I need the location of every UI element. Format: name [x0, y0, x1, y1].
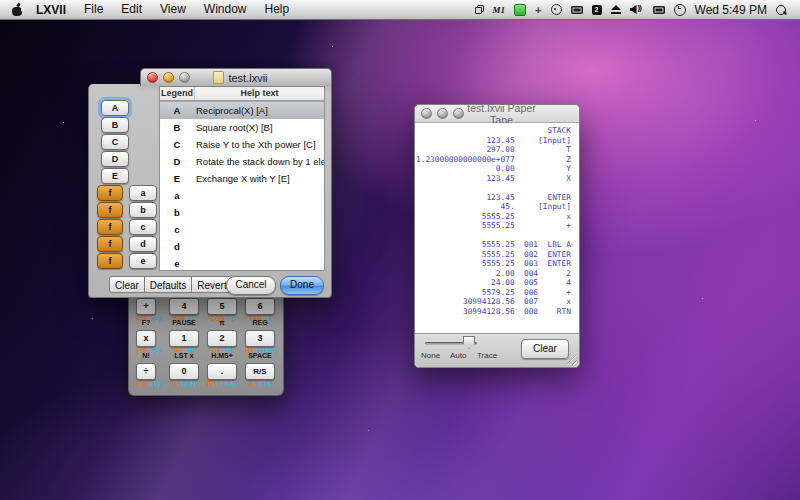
star: [755, 120, 756, 121]
minimize-button[interactable]: [163, 72, 174, 83]
legend-help-cell: Square root(X) [B]: [194, 122, 324, 133]
close-button[interactable]: [147, 72, 158, 83]
legend-dialog: ABCDEfafbfcfdfe Legend Help text ARecipr…: [88, 84, 332, 298]
key-label-below: INTFRAC: [207, 380, 237, 387]
key-button-d[interactable]: d: [129, 236, 157, 252]
desktop: LXVII FileEditViewWindowHelp M1 + 2 Wed …: [0, 0, 800, 500]
clear-button[interactable]: Clear: [109, 276, 145, 293]
menu-bar: LXVII FileEditViewWindowHelp M1 + 2 Wed …: [0, 0, 800, 20]
apple-menu-icon[interactable]: [12, 4, 23, 16]
key-label-above: SPACE: [245, 352, 275, 359]
tape-text: STACK 123.45 [Input] 297.00 T 1.23000000…: [415, 123, 579, 316]
zoom-button[interactable]: [453, 108, 464, 119]
paper-tape-titlebar[interactable]: test.lxvii Paper Tape: [415, 105, 579, 123]
legend-row-c[interactable]: c: [160, 221, 324, 238]
legend-row-C[interactable]: CRaise Y to the Xth power [C]: [160, 136, 324, 153]
menu-item-help[interactable]: Help: [256, 0, 299, 19]
tape-clear-button[interactable]: Clear: [521, 339, 569, 359]
key-label-below: x>0x>y: [136, 380, 156, 387]
column-header-help-text[interactable]: Help text: [195, 87, 324, 100]
legend-row-A[interactable]: AReciprocal(X) [A]: [160, 101, 324, 119]
paper-tape-output[interactable]: STACK 123.45 [Input] 297.00 T 1.23000000…: [415, 123, 579, 333]
green-status-icon[interactable]: [514, 4, 526, 16]
display-icon[interactable]: [571, 6, 583, 14]
key-button-b[interactable]: b: [129, 202, 157, 218]
menu-item-edit[interactable]: Edit: [112, 0, 151, 19]
close-button[interactable]: [421, 108, 432, 119]
legend-row-D[interactable]: DRotate the stack down by 1 element [D]: [160, 153, 324, 170]
key-button-B[interactable]: B: [101, 117, 129, 133]
key-button-a[interactable]: a: [129, 185, 157, 201]
legend-key-cell: d: [160, 241, 194, 252]
slider-label-auto[interactable]: Auto: [450, 351, 466, 360]
cancel-button[interactable]: Cancel: [226, 276, 276, 295]
calc-key-0[interactable]: 0: [169, 363, 199, 380]
sync-icon[interactable]: [475, 5, 484, 14]
f-shift-key-button[interactable]: f: [97, 202, 123, 218]
cross-icon[interactable]: +: [535, 5, 541, 15]
legend-key-cell: e: [160, 258, 194, 269]
legend-row-d[interactable]: d: [160, 238, 324, 255]
menu-clock[interactable]: Wed 5:49 PM: [695, 3, 767, 17]
star: [332, 46, 333, 47]
key-button-c[interactable]: c: [129, 219, 157, 235]
menu-item-file[interactable]: File: [75, 0, 112, 19]
legend-help-cell: Raise Y to the Xth power [C]: [194, 139, 324, 150]
f-shift-key-button[interactable]: f: [97, 236, 123, 252]
legend-key-cell: A: [160, 105, 194, 116]
clock-icon[interactable]: [674, 4, 686, 16]
key-button-C[interactable]: C: [101, 134, 129, 150]
window-title: test.lxvii Paper Tape: [464, 102, 539, 126]
legend-help-cell: Rotate the stack down by 1 element [D]: [194, 156, 324, 167]
legend-table-header: Legend Help text: [160, 87, 324, 101]
defaults-button[interactable]: Defaults: [144, 276, 192, 293]
legend-row-b[interactable]: b: [160, 204, 324, 221]
spotlight-icon[interactable]: [776, 5, 786, 15]
display-icon-2[interactable]: [653, 6, 665, 14]
key-button-e[interactable]: e: [129, 253, 157, 269]
column-header-legend[interactable]: Legend: [160, 87, 195, 100]
key-button-D[interactable]: D: [101, 151, 129, 167]
legend-row-e[interactable]: e: [160, 255, 324, 272]
input-menu[interactable]: M1: [493, 5, 506, 15]
legend-row-E[interactable]: EExchange X with Y [E]: [160, 170, 324, 187]
done-button[interactable]: Done: [280, 276, 324, 295]
f-shift-key-button[interactable]: f: [97, 219, 123, 235]
eject-icon[interactable]: [611, 5, 621, 15]
key-button-E[interactable]: E: [101, 168, 129, 184]
key-label-above: LST x: [169, 352, 199, 359]
key-button-A[interactable]: A: [101, 100, 129, 116]
star: [92, 318, 93, 319]
menu-item-view[interactable]: View: [151, 0, 195, 19]
paper-tape-footer: NoneAutoTrace Clear: [415, 333, 579, 367]
paper-tape-window: test.lxvii Paper Tape STACK 123.45 [Inpu…: [414, 104, 580, 368]
window-title: test.lxvii: [228, 72, 267, 84]
slider-label-trace[interactable]: Trace: [477, 351, 497, 360]
calc-key-÷[interactable]: ÷: [136, 363, 156, 380]
f-shift-key-button[interactable]: f: [97, 253, 123, 269]
spaces-badge[interactable]: 2: [592, 5, 602, 15]
minimize-button[interactable]: [437, 108, 448, 119]
star: [368, 430, 369, 431]
legend-row-B[interactable]: BSquare root(X) [B]: [160, 119, 324, 136]
legend-table: Legend Help text AReciprocal(X) [A]BSqua…: [159, 86, 325, 271]
menu-items: FileEditViewWindowHelp: [75, 0, 298, 19]
legend-row-a[interactable]: a: [160, 187, 324, 204]
trace-slider-thumb[interactable]: [463, 336, 475, 349]
legend-rows: AReciprocal(X) [A]BSquare root(X) [B]CRa…: [160, 101, 324, 272]
legend-dialog-titlebar[interactable]: test.lxvii: [140, 68, 332, 86]
menu-item-app[interactable]: LXVII: [27, 3, 75, 17]
timemachine-icon[interactable]: [551, 4, 562, 15]
calc-key-R/S[interactable]: R/S: [245, 363, 275, 380]
f-shift-key-button[interactable]: f: [97, 185, 123, 201]
legend-key-cell: a: [160, 190, 194, 201]
legend-key-cell: c: [160, 224, 194, 235]
calc-key-.[interactable]: .: [207, 363, 237, 380]
volume-icon[interactable]: [630, 5, 644, 14]
menu-item-window[interactable]: Window: [195, 0, 256, 19]
slider-label-none[interactable]: None: [421, 351, 440, 360]
legend-help-cell: Exchange X with Y [E]: [194, 173, 324, 184]
legend-key-cell: D: [160, 156, 194, 167]
zoom-button[interactable]: [179, 72, 190, 83]
key-label-above: N!: [136, 352, 156, 359]
